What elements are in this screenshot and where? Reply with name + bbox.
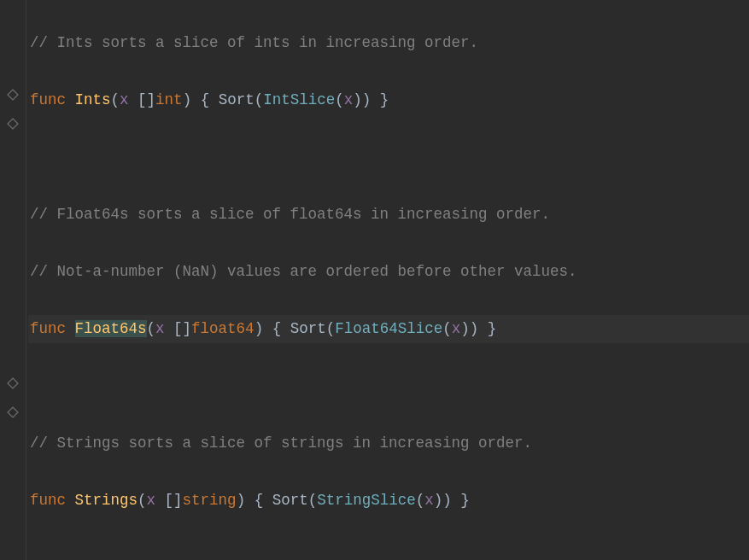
code-line[interactable]: func Ints(x []int) { Sort(IntSlice(x)) } [28,86,749,115]
builtin-type: string [183,492,237,509]
keyword: func [30,320,66,337]
function-name: Float64s [75,320,147,337]
fold-marker-icon[interactable] [5,405,20,420]
code-line[interactable] [28,143,749,172]
function-name: Ints [75,91,111,108]
code-line[interactable]: // Ints sorts a slice of ints in increas… [28,29,749,58]
comment-text: // Float64s sorts a slice of float64s in… [30,206,550,223]
fold-marker-icon[interactable] [5,87,20,102]
var-ref: x [424,492,434,509]
fold-marker-icon[interactable] [5,376,20,391]
call-name: Sort [219,91,255,108]
param-name: x [155,320,165,337]
var-ref: x [452,320,461,337]
param-name: x [120,91,129,108]
fold-marker-icon[interactable] [5,116,20,131]
code-line[interactable]: // Not-a-number (NaN) values are ordered… [28,258,749,287]
code-line[interactable] [28,372,749,401]
function-name: Strings [75,492,138,509]
code-editor[interactable]: // Ints sorts a slice of ints in increas… [26,0,749,560]
comment-text: // Not-a-number (NaN) values are ordered… [30,263,577,280]
builtin-type: float64 [191,320,255,337]
type-ref: StringSlice [317,492,416,509]
call-name: Sort [290,320,326,337]
type-ref: Float64Slice [335,320,442,337]
code-line[interactable] [28,544,749,561]
code-line[interactable]: // Float64s sorts a slice of float64s in… [28,201,749,230]
code-line-current[interactable]: func Float64s(x []float64) { Sort(Float6… [28,315,749,344]
keyword: func [30,492,66,509]
code-line[interactable]: func Strings(x []string) { Sort(StringSl… [28,487,749,516]
keyword: func [30,91,66,108]
comment-text: // Strings sorts a slice of strings in i… [30,435,532,452]
code-line[interactable]: // Strings sorts a slice of strings in i… [28,429,749,458]
builtin-type: int [155,91,183,108]
call-name: Sort [272,492,308,509]
editor-gutter [0,0,26,560]
param-name: x [147,492,156,509]
type-ref: IntSlice [263,91,335,108]
var-ref: x [344,91,354,108]
comment-text: // Ints sorts a slice of ints in increas… [30,34,478,51]
